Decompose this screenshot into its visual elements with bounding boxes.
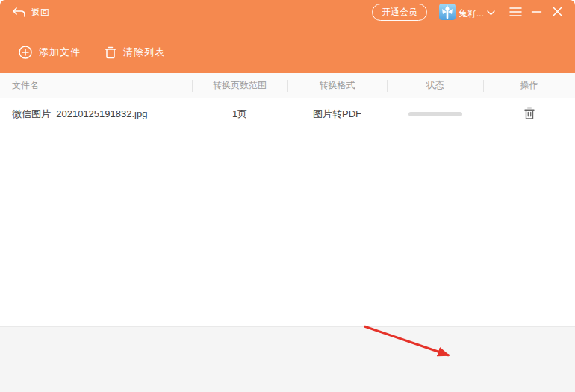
progress-bar [408, 112, 462, 116]
delete-file-button[interactable] [523, 107, 535, 120]
header-divider [288, 80, 288, 92]
back-button[interactable]: 返回 [12, 4, 49, 21]
page-range-cell: 1页 [192, 108, 288, 121]
add-files-button[interactable]: 添加文件 [19, 43, 81, 62]
avatar-figure-icon [441, 4, 454, 19]
header-divider [192, 80, 193, 92]
titlebar: 返回 开通会员 兔籽... [0, 0, 575, 73]
file-table-row: 微信图片_20210125191832.jpg 1页 图片转PDF [0, 98, 575, 131]
format-cell: 图片转PDF [288, 108, 387, 121]
header-divider [483, 80, 484, 92]
image-to-pdf-converter-window: 返回 开通会员 兔籽... [0, 0, 575, 392]
hamburger-menu-icon[interactable] [509, 7, 522, 17]
add-files-label: 添加文件 [39, 46, 81, 59]
column-header-filename: 文件名 [0, 79, 192, 92]
plus-circle-icon [19, 46, 32, 59]
file-name-cell: 微信图片_20210125191832.jpg [0, 108, 192, 121]
column-header-format: 转换格式 [288, 79, 387, 92]
trash-icon [105, 46, 116, 59]
back-label: 返回 [31, 7, 49, 19]
column-header-operation: 操作 [483, 79, 575, 92]
clear-list-label: 清除列表 [123, 46, 165, 59]
column-header-status: 状态 [387, 79, 483, 92]
user-chevron-down-icon[interactable] [487, 10, 495, 16]
header-divider [387, 80, 388, 92]
user-avatar[interactable] [439, 4, 456, 20]
footer-bar: 保存格式： .PDF 保存路径： 和图片相同路径 开 始 [0, 326, 575, 392]
close-icon[interactable] [552, 6, 563, 17]
open-membership-button[interactable]: 开通会员 [372, 4, 427, 21]
operation-cell [483, 107, 575, 122]
column-header-page-range: 转换页数范围 [192, 79, 288, 92]
status-cell [387, 112, 483, 116]
minimize-icon[interactable] [531, 7, 542, 17]
back-arrow-icon [12, 7, 26, 19]
username-text[interactable]: 兔籽... [459, 7, 484, 20]
trash-icon [523, 107, 535, 120]
clear-list-button[interactable]: 清除列表 [105, 43, 165, 62]
table-header-row: 文件名 转换页数范围 转换格式 状态 操作 [0, 73, 575, 98]
membership-label: 开通会员 [382, 6, 417, 19]
